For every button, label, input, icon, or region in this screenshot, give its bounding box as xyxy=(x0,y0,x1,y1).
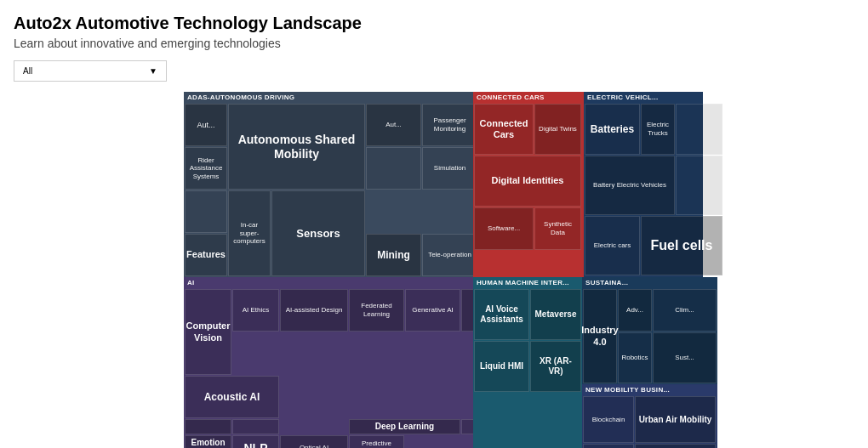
computer-vision-cell[interactable]: Computer Vision xyxy=(185,289,231,375)
computer-vision-label: Computer Vision xyxy=(186,320,231,343)
future-aftermarket-cell[interactable]: Future of Aftermarket xyxy=(583,444,634,448)
battery-electric-cell[interactable]: Battery Electric Vehicles xyxy=(585,156,675,215)
ai-label: AI xyxy=(184,277,473,288)
electric-label: ELECTRIC VEHICL... xyxy=(584,92,703,103)
software-label: Software... xyxy=(488,224,520,233)
autonomous-mobility-cell[interactable]: Autonomous Shared Mobility xyxy=(228,104,365,190)
batteries-label: Batteries xyxy=(591,123,634,135)
optical-cell[interactable]: Optical AI xyxy=(280,435,348,448)
battery-electric-label: Battery Electric Vehicles xyxy=(593,181,666,190)
connected-label: CONNECTED CARS xyxy=(473,92,584,103)
urban-air-cell[interactable]: Urban Air Mobility xyxy=(635,396,716,443)
new-mobility-section: NEW MOBILITY BUSIN... Blockchain Urban A… xyxy=(582,384,717,448)
web3-cell[interactable]: Web3 xyxy=(635,444,716,448)
connected-cars-cell[interactable]: Connected Cars xyxy=(474,104,534,155)
nlp-label: NLP xyxy=(244,441,268,448)
ai-assisted-cell[interactable]: AI-assisted Design xyxy=(280,289,348,332)
robotics-label: Robotics xyxy=(621,354,648,362)
deep-learning-label: Deep Learning xyxy=(375,422,434,432)
predictive-label: Predictive Analytics xyxy=(351,439,402,448)
synthetic-data-label: Synthetic Data xyxy=(537,220,579,236)
dropdown-value: All xyxy=(23,66,32,76)
ai-section: AI AI Ethics AI-assisted Design Computer… xyxy=(184,277,473,448)
aut1-cell[interactable]: Aut... xyxy=(185,104,227,146)
mining-label: Mining xyxy=(377,249,410,261)
electric-section: ELECTRIC VEHICL... Batteries Electric Tr… xyxy=(584,92,703,277)
electric-cars-cell[interactable]: Electric cars xyxy=(585,216,640,275)
simulation-label: Simulation xyxy=(434,164,465,173)
electric-empty2 xyxy=(676,156,722,215)
rider-assistance-cell[interactable]: Rider Assistance Systems xyxy=(185,147,227,190)
chevron-down-icon: ▼ xyxy=(149,66,157,76)
rider-assistance-label: Rider Assistance Systems xyxy=(187,156,225,181)
clim-label: Clim... xyxy=(675,306,694,315)
federated-cell[interactable]: Federated Learning xyxy=(349,289,404,332)
simulation-cell[interactable]: Simulation xyxy=(422,147,477,190)
fuel-cells-cell[interactable]: Fuel cells xyxy=(641,216,722,275)
blockchain-cell[interactable]: Blockchain xyxy=(583,396,634,443)
software-cell[interactable]: Software... xyxy=(474,207,534,250)
predictive-cell[interactable]: Predictive Analytics xyxy=(349,435,404,448)
hmi-section: HUMAN MACHINE INTER... AI Voice Assistan… xyxy=(473,277,582,448)
generative-label: Generative AI xyxy=(412,306,453,315)
digital-twins-label: Digital Twins xyxy=(539,125,577,133)
aut2-cell[interactable]: Aut... xyxy=(366,104,421,146)
sustain-section: SUSTAINA... Adv... Clim... Industry 4.0 … xyxy=(582,277,717,384)
fuel-cells-label: Fuel cells xyxy=(651,237,713,253)
ai-empty2 xyxy=(232,419,279,434)
optical-label: Optical AI xyxy=(300,444,328,448)
adas-empty1 xyxy=(366,147,421,190)
tele-operation-cell[interactable]: Tele-operation xyxy=(422,234,477,276)
autonomous-mobility-label: Autonomous Shared Mobility xyxy=(231,133,363,162)
acoustic-ai-cell[interactable]: Acoustic AI xyxy=(185,376,279,418)
adv-cell[interactable]: Adv... xyxy=(618,289,652,332)
in-car-cell[interactable]: In-car super-computers xyxy=(228,190,271,276)
aut1-label: Aut... xyxy=(197,121,214,130)
passenger-monitoring-cell[interactable]: Passenger Monitoring xyxy=(422,104,477,146)
sust-cell[interactable]: Sust... xyxy=(653,332,717,383)
emotion-ai-cell[interactable]: Emotion AI xyxy=(185,435,231,448)
generative-cell[interactable]: Generative AI xyxy=(405,289,460,332)
electric-empty1 xyxy=(676,104,722,155)
acoustic-ai-label: Acoustic AI xyxy=(204,391,260,403)
xr-cell[interactable]: XR (AR-VR) xyxy=(530,341,581,392)
industry-cell[interactable]: Industry 4.0 xyxy=(583,289,617,383)
electric-trucks-cell[interactable]: Electric Trucks xyxy=(641,104,675,155)
urban-air-label: Urban Air Mobility xyxy=(639,415,712,425)
page-subtitle: Learn about innovative and emerging tech… xyxy=(14,37,854,50)
adv-label: Adv... xyxy=(626,306,643,315)
adas-label: ADAS-AUTONOMOUS DRIVING xyxy=(184,92,473,103)
right-bottom: SUSTAINA... Adv... Clim... Industry 4.0 … xyxy=(582,277,717,448)
industry-label: Industry 4.0 xyxy=(581,325,618,347)
xr-label: XR (AR-VR) xyxy=(533,356,579,377)
features-cell[interactable]: Features xyxy=(185,234,227,276)
deep-learning-cell[interactable]: Deep Learning xyxy=(349,419,460,434)
nlp-cell[interactable]: NLP xyxy=(232,435,279,448)
ai-empty1 xyxy=(185,419,231,434)
aut2-label: Aut... xyxy=(385,121,402,129)
ai-voice-cell[interactable]: AI Voice Assistants xyxy=(474,289,529,340)
digital-twins-cell[interactable]: Digital Twins xyxy=(534,104,581,155)
ai-assisted-label: AI-assisted Design xyxy=(286,306,343,315)
ai-ethics-cell[interactable]: AI Ethics xyxy=(232,289,279,332)
liquid-hmi-cell[interactable]: Liquid HMI xyxy=(474,341,529,392)
bottom-row: AI AI Ethics AI-assisted Design Computer… xyxy=(184,277,703,448)
federated-label: Federated Learning xyxy=(351,302,402,318)
filter-dropdown[interactable]: All ▼ xyxy=(14,60,167,82)
adas-section: ADAS-AUTONOMOUS DRIVING Aut... Autonomou… xyxy=(184,92,473,277)
adas-empty3 xyxy=(185,190,227,233)
ai-voice-label: AI Voice Assistants xyxy=(477,304,527,325)
connected-cars-label: Connected Cars xyxy=(477,118,531,140)
mining-cell[interactable]: Mining xyxy=(366,234,421,276)
metaverse-label: Metaverse xyxy=(535,309,577,320)
electric-trucks-label: Electric Trucks xyxy=(643,121,672,137)
page-title: Auto2x Automotive Technology Landscape xyxy=(14,14,854,33)
metaverse-cell[interactable]: Metaverse xyxy=(530,289,581,340)
emotion-ai-label: Emotion AI xyxy=(187,438,229,448)
sensors-cell[interactable]: Sensors xyxy=(271,190,365,276)
robotics-cell[interactable]: Robotics xyxy=(618,332,652,383)
batteries-cell[interactable]: Batteries xyxy=(585,104,640,155)
digital-identities-cell[interactable]: Digital Identities xyxy=(474,156,581,207)
synthetic-data-cell[interactable]: Synthetic Data xyxy=(534,207,581,250)
clim-cell[interactable]: Clim... xyxy=(653,289,717,332)
